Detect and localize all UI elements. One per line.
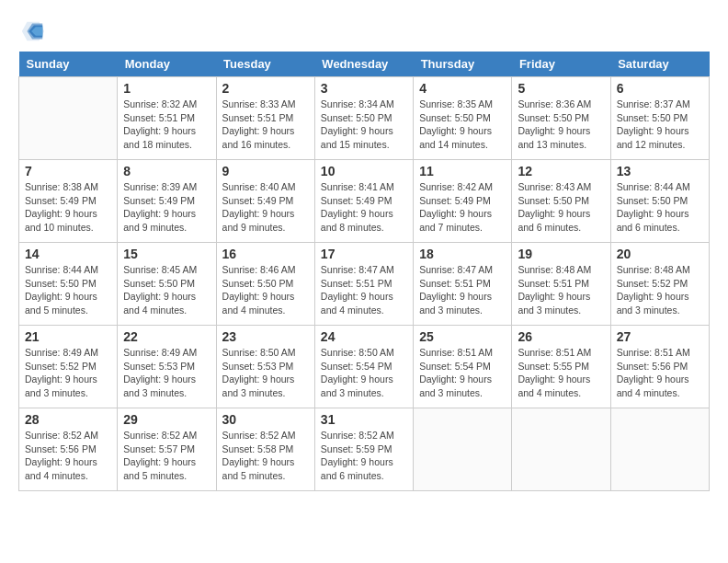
calendar-day-cell: 13Sunrise: 8:44 AMSunset: 5:50 PMDayligh… (610, 160, 709, 243)
day-number: 14 (25, 247, 111, 261)
weekday-header: Tuesday (216, 52, 314, 77)
calendar-day-cell: 21Sunrise: 8:49 AMSunset: 5:52 PMDayligh… (19, 326, 118, 408)
day-info: Sunrise: 8:38 AMSunset: 5:49 PMDaylight:… (25, 180, 111, 235)
calendar-day-cell: 22Sunrise: 8:49 AMSunset: 5:53 PMDayligh… (118, 326, 216, 408)
day-number: 21 (25, 329, 111, 344)
day-info: Sunrise: 8:52 AMSunset: 5:56 PMDaylight:… (25, 429, 111, 483)
day-info: Sunrise: 8:51 AMSunset: 5:56 PMDaylight:… (617, 346, 703, 400)
day-number: 4 (419, 81, 506, 96)
calendar-day-cell: 9Sunrise: 8:40 AMSunset: 5:49 PMDaylight… (216, 160, 314, 243)
day-number: 17 (321, 247, 407, 261)
day-info: Sunrise: 8:32 AMSunset: 5:51 PMDaylight:… (123, 98, 210, 152)
calendar-day-cell: 4Sunrise: 8:35 AMSunset: 5:50 PMDaylight… (414, 77, 512, 160)
day-number: 20 (617, 247, 703, 261)
calendar-week-row: 14Sunrise: 8:44 AMSunset: 5:50 PMDayligh… (19, 243, 710, 326)
weekday-header: Friday (512, 52, 610, 77)
calendar-day-cell: 26Sunrise: 8:51 AMSunset: 5:55 PMDayligh… (512, 326, 610, 408)
day-info: Sunrise: 8:49 AMSunset: 5:53 PMDaylight:… (123, 346, 210, 400)
calendar-day-cell: 23Sunrise: 8:50 AMSunset: 5:53 PMDayligh… (216, 326, 314, 408)
logo (18, 18, 46, 44)
day-number: 22 (123, 329, 210, 344)
calendar-day-cell: 12Sunrise: 8:43 AMSunset: 5:50 PMDayligh… (512, 160, 610, 243)
day-info: Sunrise: 8:50 AMSunset: 5:54 PMDaylight:… (321, 346, 407, 400)
calendar-day-cell: 28Sunrise: 8:52 AMSunset: 5:56 PMDayligh… (19, 408, 118, 491)
day-number: 15 (123, 247, 210, 261)
calendar-day-cell: 14Sunrise: 8:44 AMSunset: 5:50 PMDayligh… (19, 243, 118, 326)
day-info: Sunrise: 8:47 AMSunset: 5:51 PMDaylight:… (321, 263, 407, 317)
calendar-day-cell: 2Sunrise: 8:33 AMSunset: 5:51 PMDaylight… (216, 77, 314, 160)
page-header (18, 18, 710, 44)
day-number: 27 (617, 329, 703, 344)
day-number: 13 (617, 164, 703, 178)
calendar-week-row: 28Sunrise: 8:52 AMSunset: 5:56 PMDayligh… (19, 408, 710, 491)
day-number: 10 (321, 164, 407, 178)
calendar-day-cell: 1Sunrise: 8:32 AMSunset: 5:51 PMDaylight… (118, 77, 216, 160)
day-number: 18 (419, 247, 506, 261)
logo-icon (20, 18, 46, 44)
calendar-day-cell: 6Sunrise: 8:37 AMSunset: 5:50 PMDaylight… (610, 77, 709, 160)
calendar-day-cell: 24Sunrise: 8:50 AMSunset: 5:54 PMDayligh… (314, 326, 413, 408)
day-number: 2 (222, 81, 309, 96)
day-number: 6 (617, 81, 703, 96)
day-info: Sunrise: 8:44 AMSunset: 5:50 PMDaylight:… (25, 263, 111, 317)
day-number: 11 (419, 164, 506, 178)
weekday-header: Saturday (610, 52, 709, 77)
calendar-week-row: 21Sunrise: 8:49 AMSunset: 5:52 PMDayligh… (19, 326, 710, 408)
day-number: 23 (222, 329, 309, 344)
calendar-day-cell: 7Sunrise: 8:38 AMSunset: 5:49 PMDaylight… (19, 160, 118, 243)
day-info: Sunrise: 8:42 AMSunset: 5:49 PMDaylight:… (419, 180, 506, 235)
weekday-header-row: SundayMondayTuesdayWednesdayThursdayFrid… (19, 52, 710, 77)
calendar-week-row: 7Sunrise: 8:38 AMSunset: 5:49 PMDaylight… (19, 160, 710, 243)
day-info: Sunrise: 8:51 AMSunset: 5:54 PMDaylight:… (419, 346, 506, 400)
calendar-week-row: 1Sunrise: 8:32 AMSunset: 5:51 PMDaylight… (19, 77, 710, 160)
day-number: 24 (321, 329, 407, 344)
day-info: Sunrise: 8:52 AMSunset: 5:59 PMDaylight:… (321, 429, 407, 483)
day-info: Sunrise: 8:46 AMSunset: 5:50 PMDaylight:… (222, 263, 309, 317)
day-info: Sunrise: 8:39 AMSunset: 5:49 PMDaylight:… (123, 180, 210, 235)
day-info: Sunrise: 8:43 AMSunset: 5:50 PMDaylight:… (518, 180, 604, 235)
calendar-day-cell: 11Sunrise: 8:42 AMSunset: 5:49 PMDayligh… (414, 160, 512, 243)
weekday-header: Sunday (19, 52, 118, 77)
day-number: 26 (518, 329, 604, 344)
day-info: Sunrise: 8:50 AMSunset: 5:53 PMDaylight:… (222, 346, 309, 400)
day-info: Sunrise: 8:36 AMSunset: 5:50 PMDaylight:… (518, 98, 604, 152)
day-info: Sunrise: 8:45 AMSunset: 5:50 PMDaylight:… (123, 263, 210, 317)
calendar-day-cell: 27Sunrise: 8:51 AMSunset: 5:56 PMDayligh… (610, 326, 709, 408)
weekday-header: Monday (118, 52, 216, 77)
day-number: 31 (321, 412, 407, 427)
calendar-day-cell: 29Sunrise: 8:52 AMSunset: 5:57 PMDayligh… (118, 408, 216, 491)
day-info: Sunrise: 8:48 AMSunset: 5:52 PMDaylight:… (617, 263, 703, 317)
day-info: Sunrise: 8:48 AMSunset: 5:51 PMDaylight:… (518, 263, 604, 317)
calendar-day-cell: 8Sunrise: 8:39 AMSunset: 5:49 PMDaylight… (118, 160, 216, 243)
calendar-day-cell: 16Sunrise: 8:46 AMSunset: 5:50 PMDayligh… (216, 243, 314, 326)
day-info: Sunrise: 8:40 AMSunset: 5:49 PMDaylight:… (222, 180, 309, 235)
calendar-day-cell: 3Sunrise: 8:34 AMSunset: 5:50 PMDaylight… (314, 77, 413, 160)
day-number: 16 (222, 247, 309, 261)
day-info: Sunrise: 8:33 AMSunset: 5:51 PMDaylight:… (222, 98, 309, 152)
day-number: 1 (123, 81, 210, 96)
day-info: Sunrise: 8:34 AMSunset: 5:50 PMDaylight:… (321, 98, 407, 152)
day-info: Sunrise: 8:52 AMSunset: 5:57 PMDaylight:… (123, 429, 210, 483)
day-info: Sunrise: 8:44 AMSunset: 5:50 PMDaylight:… (617, 180, 703, 235)
calendar-day-cell (610, 408, 709, 491)
day-info: Sunrise: 8:47 AMSunset: 5:51 PMDaylight:… (419, 263, 506, 317)
weekday-header: Thursday (414, 52, 512, 77)
day-info: Sunrise: 8:41 AMSunset: 5:49 PMDaylight:… (321, 180, 407, 235)
calendar-day-cell (414, 408, 512, 491)
calendar-day-cell: 15Sunrise: 8:45 AMSunset: 5:50 PMDayligh… (118, 243, 216, 326)
day-number: 8 (123, 164, 210, 178)
calendar-day-cell: 17Sunrise: 8:47 AMSunset: 5:51 PMDayligh… (314, 243, 413, 326)
day-number: 9 (222, 164, 309, 178)
day-number: 12 (518, 164, 604, 178)
day-number: 5 (518, 81, 604, 96)
weekday-header: Wednesday (314, 52, 413, 77)
day-number: 29 (123, 412, 210, 427)
calendar-day-cell: 5Sunrise: 8:36 AMSunset: 5:50 PMDaylight… (512, 77, 610, 160)
day-number: 25 (419, 329, 506, 344)
day-number: 30 (222, 412, 309, 427)
day-number: 28 (25, 412, 111, 427)
day-info: Sunrise: 8:35 AMSunset: 5:50 PMDaylight:… (419, 98, 506, 152)
day-number: 3 (321, 81, 407, 96)
day-info: Sunrise: 8:37 AMSunset: 5:50 PMDaylight:… (617, 98, 703, 152)
calendar-day-cell (19, 77, 118, 160)
